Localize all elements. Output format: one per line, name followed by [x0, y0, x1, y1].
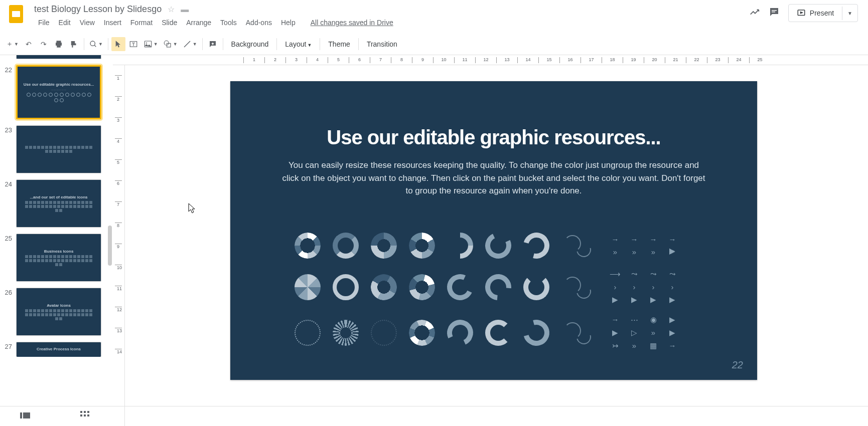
slide-thumb-row: 23	[2, 125, 109, 173]
cycle4-icon[interactable]	[523, 274, 549, 300]
cycle2-icon[interactable]	[444, 270, 477, 304]
filmstrip-scrollbar[interactable]	[108, 226, 112, 266]
image-tool[interactable]: ▼	[141, 37, 160, 51]
swirl-arrows-icon[interactable]	[561, 233, 597, 259]
donut-chart-icon[interactable]	[295, 233, 321, 259]
transition-button[interactable]: Transition	[362, 40, 402, 48]
small-arrows-group[interactable]: →→→→ »»»⯈	[609, 235, 684, 256]
theme-button[interactable]: Theme	[323, 40, 355, 48]
donut-segments2-icon[interactable]	[406, 271, 438, 303]
swirl3-icon[interactable]	[561, 320, 597, 346]
redo-button[interactable]: ↷	[37, 37, 51, 51]
small-arrows-group2[interactable]: ⟶⤳⤳⤳ ›››› ▶▶▶▶	[609, 270, 684, 304]
comments-icon[interactable]	[768, 6, 780, 20]
undo-button[interactable]: ↶	[22, 37, 36, 51]
filmstrip-view-icon[interactable]	[20, 411, 30, 421]
menu-format[interactable]: Format	[126, 17, 157, 29]
menu-tools[interactable]: Tools	[216, 17, 241, 29]
ring-icon[interactable]	[333, 274, 359, 300]
slide-title[interactable]: Use our editable graphic resources...	[230, 126, 757, 149]
starburst-icon[interactable]	[405, 316, 439, 350]
slide-thumbnail[interactable]: Business Icons	[16, 234, 101, 282]
background-button[interactable]: Background	[226, 40, 274, 48]
present-dropdown[interactable]: ▼	[842, 7, 857, 20]
svg-rect-1	[12, 11, 20, 17]
svg-rect-12	[23, 412, 30, 418]
menu-help[interactable]: Help	[277, 17, 300, 29]
arc-arrow-icon[interactable]	[442, 227, 479, 264]
slide-number: 26	[2, 288, 16, 296]
separator	[223, 38, 223, 50]
donut-6seg-icon[interactable]	[409, 233, 435, 259]
new-slide-button[interactable]: ＋▼	[4, 37, 21, 51]
slide-thumbnail[interactable]: Use our editable graphic resources... — …	[16, 65, 101, 119]
cursor-icon	[188, 203, 196, 217]
menu-arrange[interactable]: Arrange	[182, 17, 215, 29]
dotted-circle-icon[interactable]	[295, 320, 321, 346]
title-area: test Biology Lesson by Slidesgo ☆ ▬ File…	[34, 4, 749, 29]
slide-thumbnail[interactable]	[16, 125, 101, 173]
faint-circle-icon[interactable]	[371, 320, 397, 346]
cycle3-icon[interactable]	[480, 269, 516, 305]
donut-4seg-icon[interactable]	[371, 233, 397, 259]
horizontal-ruler: 1234567891011121314151617181920212223242…	[113, 55, 868, 65]
separator	[108, 38, 108, 50]
slide-thumbnail[interactable]: Creative Process Icons	[16, 342, 101, 357]
menu-view[interactable]: View	[76, 17, 99, 29]
shape-tool[interactable]: ▼	[161, 37, 180, 51]
graphic-resources-grid: →→→→ »»»⯈	[295, 233, 684, 350]
slide-number: 25	[2, 234, 16, 242]
swirl2-icon[interactable]	[561, 274, 597, 300]
separator	[276, 38, 277, 50]
svg-rect-18	[87, 414, 89, 416]
select-tool[interactable]	[111, 37, 125, 51]
pie-wheel-icon[interactable]	[295, 274, 321, 300]
doc-title[interactable]: test Biology Lesson by Slidesgo	[34, 4, 162, 15]
star-icon[interactable]: ☆	[168, 5, 175, 14]
save-status[interactable]: All changes saved in Drive	[311, 17, 393, 29]
slide-thumbnail[interactable]: Avatar Icons	[16, 288, 101, 336]
textbox-tool[interactable]	[126, 37, 140, 51]
small-arrows-group3[interactable]: →⋯◉▶ ▶▷»▶ ↣»▦→	[609, 315, 684, 350]
folder-icon[interactable]: ▬	[181, 5, 189, 14]
cycle-arrows-icon[interactable]	[482, 229, 515, 263]
slide-number: 23	[2, 125, 16, 134]
svg-rect-17	[84, 414, 86, 416]
comment-tool[interactable]	[206, 37, 220, 51]
slide-canvas[interactable]: Use our editable graphic resources... Yo…	[125, 65, 868, 426]
menu-slide[interactable]: Slide	[158, 17, 181, 29]
svg-rect-11	[20, 412, 22, 418]
explore-icon[interactable]	[749, 7, 760, 20]
menu-file[interactable]: File	[34, 17, 54, 29]
cycle6-icon[interactable]	[485, 320, 511, 346]
svg-rect-13	[80, 411, 82, 413]
cycle5-icon[interactable]	[444, 316, 477, 350]
menu-edit[interactable]: Edit	[55, 17, 75, 29]
grid-view-icon[interactable]	[80, 411, 89, 422]
ring-segments-icon[interactable]	[333, 233, 359, 259]
cycle7-icon[interactable]	[518, 315, 554, 350]
paint-format-button[interactable]	[67, 37, 81, 51]
slide-thumbnail[interactable]: ...and our set of editable icons	[16, 179, 101, 228]
filmstrip[interactable]: 22 Use our editable graphic resources...…	[0, 55, 113, 426]
print-button[interactable]	[52, 37, 66, 51]
layout-button[interactable]: Layout▼	[280, 40, 317, 48]
zoom-button[interactable]: ▼	[87, 37, 105, 51]
slide-thumb-row: 25 Business Icons	[2, 234, 109, 282]
slide-body[interactable]: You can easily resize these resources ke…	[280, 159, 707, 197]
sunburst-icon[interactable]	[333, 320, 359, 346]
line-tool[interactable]: ▼	[181, 37, 199, 51]
donut-segments-icon[interactable]	[366, 269, 401, 305]
slide-thumbnail[interactable]	[16, 55, 101, 59]
current-slide[interactable]: Use our editable graphic resources... Yo…	[230, 81, 757, 380]
page-number: 22	[732, 359, 743, 371]
cycle-open-icon[interactable]	[518, 228, 554, 263]
menu-insert[interactable]: Insert	[100, 17, 125, 29]
present-button[interactable]: Present	[789, 5, 842, 22]
svg-rect-2	[772, 10, 777, 11]
slides-logo[interactable]	[6, 4, 26, 24]
menu-addons[interactable]: Add-ons	[242, 17, 276, 29]
workspace: 1234567891011121314 Use our editable gra…	[113, 65, 868, 426]
slide-thumb-row: 26 Avatar Icons	[2, 288, 109, 336]
svg-rect-14	[84, 411, 86, 413]
